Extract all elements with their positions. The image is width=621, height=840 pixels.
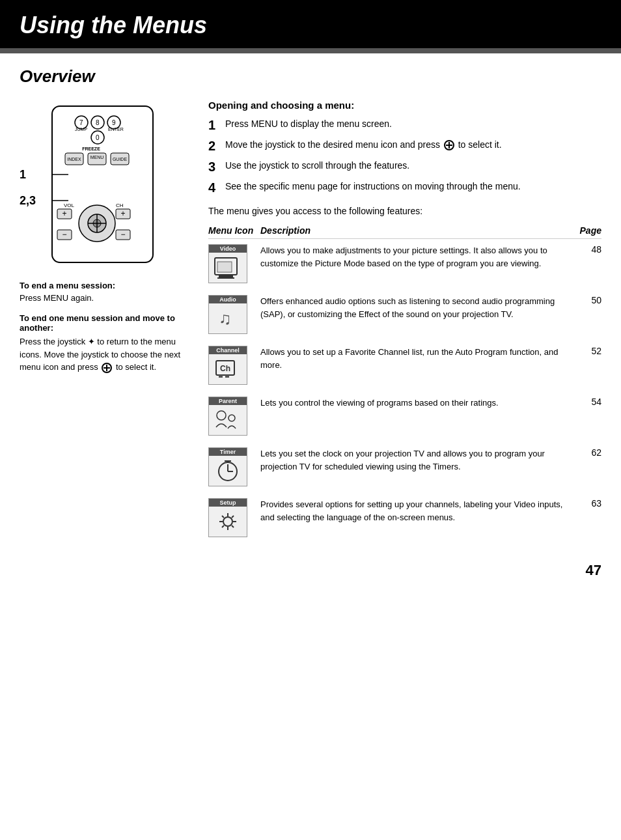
svg-rect-38 [217, 262, 232, 272]
menu-row-channel: Channel Ch Allows you to set up a Favori… [208, 346, 601, 385]
step-1-text: Press MENU to display the menu screen. [225, 117, 601, 133]
svg-point-44 [217, 411, 226, 420]
end-one-session-title: To end one menu session and move to anot… [20, 313, 195, 333]
page-number: 47 [20, 562, 601, 579]
step-2-text: Move the joystick to the desired menu ic… [225, 138, 601, 154]
menu-table-header: Menu Icon Description Page [208, 225, 601, 239]
svg-line-59 [222, 525, 224, 527]
menu-desc-audio: Offers enhanced audio options such as li… [260, 295, 575, 320]
steps-list: 1 Press MENU to display the menu screen.… [208, 117, 601, 195]
col-page-header: Page [575, 225, 601, 236]
end-session-title: To end a menu session: [20, 281, 195, 290]
end-session-box: To end a menu session: Press MENU again.… [20, 281, 195, 374]
step-4: 4 See the specific menu page for instruc… [208, 180, 601, 195]
svg-text:7: 7 [79, 119, 83, 126]
svg-text:MENU: MENU [90, 155, 104, 160]
svg-text:♫: ♫ [219, 309, 232, 328]
svg-point-45 [228, 415, 235, 421]
overview-heading: Overview [20, 66, 601, 87]
opening-heading: Opening and choosing a menu: [208, 100, 601, 111]
col-icon-header: Menu Icon [208, 225, 260, 236]
menu-page-audio: 50 [582, 295, 601, 305]
menu-row-audio: Audio ♫ Offers enhanced audio options su… [208, 295, 601, 334]
end-session-text: Press MENU again. [20, 293, 195, 303]
svg-line-58 [232, 516, 234, 518]
content-columns: 1 2,3 7 JUMP 8 9 ENTER 0 [20, 100, 601, 549]
svg-rect-36 [219, 275, 233, 277]
menu-page-parent: 54 [582, 397, 601, 407]
page-title: Using the Menus [20, 12, 601, 39]
svg-text:FREEZE: FREEZE [82, 147, 100, 151]
menu-icon-setup: Setup [208, 498, 254, 537]
menu-desc-setup: Provides several options for setting up … [260, 498, 575, 524]
right-column: Opening and choosing a menu: 1 Press MEN… [208, 100, 601, 549]
menu-page-video: 48 [582, 244, 601, 255]
svg-text:VOL: VOL [64, 203, 75, 208]
step-label-1: 1 [20, 168, 26, 182]
svg-point-51 [223, 517, 232, 526]
step-label-23: 2,3 [20, 194, 36, 208]
end-one-session-text: Press the joystick ✦ to return to the me… [20, 335, 195, 374]
svg-text:9: 9 [112, 119, 116, 126]
svg-text:CH: CH [116, 203, 124, 208]
step-2-num: 2 [208, 138, 225, 154]
step-3: 3 Use the joystick to scroll through the… [208, 159, 601, 175]
menu-row-parent: Parent Lets you control the viewing of p… [208, 397, 601, 436]
svg-text:JUMP: JUMP [75, 127, 87, 132]
svg-text:INDEX: INDEX [67, 157, 81, 161]
step-1: 1 Press MENU to display the menu screen. [208, 117, 601, 133]
svg-text:+: + [120, 209, 125, 218]
menu-desc-channel: Allows you to set up a Favorite Channel … [260, 346, 575, 371]
step-2: 2 Move the joystick to the desired menu … [208, 138, 601, 154]
menu-icon-audio: Audio ♫ [208, 295, 254, 334]
step-3-num: 3 [208, 159, 225, 175]
svg-rect-37 [217, 277, 234, 279]
step-1-num: 1 [208, 117, 225, 133]
svg-rect-43 [225, 375, 229, 378]
select-icon [444, 140, 454, 150]
remote-wrapper: 1 2,3 7 JUMP 8 9 ENTER 0 [20, 100, 163, 271]
svg-text:GUIDE: GUIDE [113, 157, 128, 161]
svg-text:Ch: Ch [220, 364, 230, 373]
remote-illustration: 7 JUMP 8 9 ENTER 0 FREEZE INDEX MENU [39, 100, 169, 269]
svg-rect-42 [219, 375, 223, 378]
svg-text:0: 0 [96, 134, 100, 141]
step-4-text: See the specific menu page for instructi… [225, 180, 601, 195]
menu-page-channel: 52 [582, 346, 601, 356]
svg-text:+: + [62, 209, 66, 218]
svg-text:8: 8 [96, 119, 100, 126]
menu-row-video: Video Allows you to make adjustments to … [208, 244, 601, 283]
menu-icon-video: Video [208, 244, 254, 283]
svg-text:ENTER: ENTER [108, 127, 124, 132]
menu-desc-timer: Lets you set the clock on your projectio… [260, 447, 575, 473]
menu-icon-parent: Parent [208, 397, 254, 436]
svg-text:−: − [120, 230, 125, 239]
step-3-text: Use the joystick to scroll through the f… [225, 159, 601, 175]
col-desc-header: Description [260, 225, 575, 236]
divider-bar [0, 48, 621, 53]
left-column: 1 2,3 7 JUMP 8 9 ENTER 0 [20, 100, 195, 549]
main-content: Overview 1 2,3 7 JUMP 8 9 [0, 53, 621, 598]
step-4-num: 4 [208, 180, 225, 195]
menu-row-setup: Setup [208, 498, 601, 537]
joystick-icon-inline [102, 363, 112, 373]
menu-page-timer: 62 [582, 447, 601, 458]
menu-page-setup: 63 [582, 498, 601, 509]
svg-line-57 [232, 525, 234, 527]
svg-text:−: − [62, 230, 66, 239]
menu-row-timer: Timer Lets you set the clock on [208, 447, 601, 486]
svg-line-56 [222, 516, 224, 518]
menu-icon-channel: Channel Ch [208, 346, 254, 385]
menu-icon-timer: Timer [208, 447, 254, 486]
features-intro: The menu gives you access to the followi… [208, 206, 601, 216]
menu-desc-video: Allows you to make adjustments to your p… [260, 244, 575, 270]
header: Using the Menus [0, 0, 621, 48]
menu-desc-parent: Lets you control the viewing of programs… [260, 397, 575, 410]
